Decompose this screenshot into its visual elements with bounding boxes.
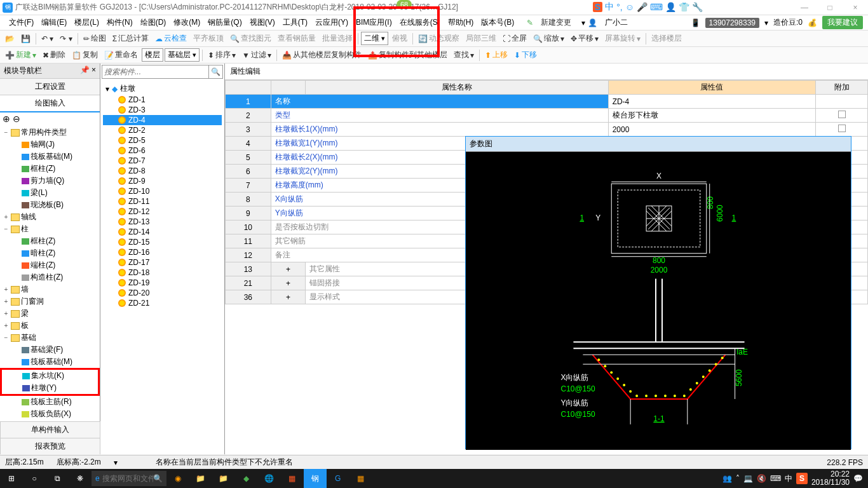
tab-report[interactable]: 报表预览 — [0, 438, 100, 454]
tree-item[interactable]: 端柱(Z) — [31, 260, 55, 271]
tray-vol-icon[interactable]: 🔇 — [757, 474, 766, 483]
ime-mic-icon[interactable]: 🎤 — [637, 2, 648, 12]
menu-version[interactable]: 版本号(B) — [477, 17, 518, 28]
tb-app[interactable]: ▦ — [349, 469, 372, 488]
comp-item[interactable]: ZD-5 — [103, 135, 222, 146]
copy-to-button[interactable]: 📤 复制构件到其他楼层 — [365, 48, 450, 62]
draw-button[interactable]: ✏ 绘图 — [81, 32, 109, 45]
redo-button[interactable]: ↷ ▾ — [57, 33, 74, 44]
tree-item[interactable]: 筏板基础(M) — [31, 356, 72, 367]
comp-item[interactable]: ZD-8 — [103, 166, 222, 176]
filter-button[interactable]: ▼ 过滤 ▾ — [240, 48, 274, 62]
tab-single[interactable]: 单构件输入 — [0, 421, 100, 438]
comp-item[interactable]: ZD-20 — [103, 288, 222, 298]
dynamic-view-button[interactable]: 🔄 动态观察 — [416, 32, 462, 45]
menu-rebar[interactable]: 钢筋量(Q) — [204, 17, 245, 28]
prop-value[interactable]: 2000 — [608, 123, 816, 137]
tree-item[interactable]: 筏板负筋(X) — [31, 409, 71, 419]
comp-item[interactable]: ZD-17 — [103, 257, 222, 268]
zoom-button[interactable]: 🔍 缩放 ▾ — [531, 32, 567, 45]
tree-item[interactable]: 梁(L) — [31, 187, 48, 198]
comp-item[interactable]: ZD-18 — [103, 268, 222, 278]
tree-item-pier[interactable]: 柱墩(Y) — [31, 383, 57, 393]
tb-app[interactable]: 🌐 — [258, 469, 281, 488]
diagram-canvas[interactable]: X Y 1 1 800 6000 800 2000 — [466, 152, 851, 450]
ime-tool-icon[interactable]: 🔧 — [692, 2, 703, 12]
menu-file[interactable]: 文件(F) — [5, 17, 37, 28]
comp-item[interactable]: ZD-14 — [103, 227, 222, 237]
tree-item[interactable]: 轴网(J) — [31, 139, 55, 150]
tree-item-sump[interactable]: 集水坑(K) — [31, 370, 64, 381]
menu-edit[interactable]: 编辑(E) — [37, 17, 71, 28]
select-floor-button[interactable]: 选择楼层 — [649, 32, 684, 45]
comp-item[interactable]: ZD-2 — [103, 125, 222, 135]
tree-column[interactable]: 柱 — [21, 224, 29, 234]
comp-item[interactable]: ZD-13 — [103, 217, 222, 227]
move-up-button[interactable]: ⬆ 上移 — [482, 48, 510, 62]
tray-ime[interactable]: 中 — [785, 473, 792, 484]
ime-keyboard-icon[interactable]: ⌨ — [650, 2, 663, 12]
tree-item[interactable]: 剪力墙(Q) — [31, 175, 64, 186]
prop-add[interactable] — [816, 95, 868, 109]
tab-draw[interactable]: 绘图输入 — [0, 95, 100, 112]
floor-combo[interactable]: 楼层 — [142, 48, 163, 62]
tray-clock[interactable]: 20:222018/11/30 — [811, 470, 850, 487]
sogou-icon[interactable]: S — [593, 2, 602, 12]
tree-item[interactable]: 筏板基础(M) — [31, 151, 72, 162]
start-button[interactable]: ⊞ — [0, 469, 23, 488]
tb-app[interactable]: ▦ — [281, 469, 304, 488]
ime-face-icon[interactable]: ☺ — [625, 2, 634, 12]
comp-root[interactable]: ▾ ◆ 柱墩 — [103, 83, 222, 95]
new-button[interactable]: ➕ 新建 ▾ — [3, 48, 39, 62]
tray-up-icon[interactable]: ˄ — [736, 474, 740, 483]
tree-axis[interactable]: 轴线 — [21, 212, 36, 222]
tree-item[interactable]: 暗柱(Z) — [31, 248, 55, 259]
sum-button[interactable]: Σ 汇总计算 — [110, 32, 151, 45]
expand-button[interactable]: + — [271, 262, 305, 276]
menu-cloud[interactable]: 云应用(Y) — [311, 17, 352, 28]
menu-modify[interactable]: 修改(M) — [170, 17, 204, 28]
tree-item[interactable]: 构造柱(Z) — [31, 272, 63, 283]
search-button[interactable]: 🔍 — [209, 65, 223, 79]
delete-button[interactable]: ✖ 删除 — [40, 48, 68, 62]
dimension-combo[interactable]: 二维 ▾ — [361, 32, 388, 45]
comp-item[interactable]: ZD-15 — [103, 237, 222, 247]
ime-user-icon[interactable]: 👤 — [665, 2, 676, 12]
fullscreen-button[interactable]: ⛶ 全屏 — [500, 32, 529, 45]
prop-name[interactable]: 类型 — [271, 109, 608, 123]
tray-notify-icon[interactable]: 💬 — [853, 474, 863, 483]
copy-from-button[interactable]: 📥 从其他楼层复制构件 — [280, 48, 364, 62]
tree-wall[interactable]: 墙 — [21, 284, 29, 295]
tray-sogou-icon[interactable]: S — [796, 473, 808, 484]
new-change-button[interactable]: 新建变更 — [537, 17, 575, 28]
ime-cn[interactable]: 中 — [605, 1, 614, 13]
comp-item[interactable]: ZD-7 — [103, 156, 222, 166]
view-rebar-button[interactable]: 查看钢筋量 — [275, 32, 318, 45]
tree-beam[interactable]: 梁 — [21, 308, 29, 319]
ime-skin-icon[interactable]: 👕 — [679, 2, 689, 12]
comp-item[interactable]: ZD-16 — [103, 247, 222, 257]
sort-button[interactable]: ⬍ 排序 ▾ — [205, 48, 238, 62]
menu-view[interactable]: 视图(V) — [246, 17, 279, 28]
basefloor-combo[interactable]: 基础层 ▾ — [165, 48, 200, 62]
comp-item[interactable]: ZD-11 — [103, 196, 222, 207]
tb-app[interactable]: G — [327, 469, 349, 488]
menu-online[interactable]: 在线服务(S) — [396, 17, 444, 28]
comp-item[interactable]: ZD-1 — [103, 95, 222, 105]
tree-item[interactable]: 基础梁(F) — [31, 344, 63, 355]
rename-button[interactable]: 📝 重命名 — [102, 48, 140, 62]
tb-app[interactable]: ◉ — [166, 469, 189, 488]
menu-tool[interactable]: 工具(T) — [279, 17, 311, 28]
tree-door[interactable]: 门窗洞 — [21, 296, 44, 307]
tree-item[interactable]: 筏板主筋(R) — [31, 396, 72, 407]
find-button[interactable]: 查找 ▾ — [451, 48, 477, 62]
suggest-button[interactable]: 我要建议 — [822, 16, 863, 29]
menu-component[interactable]: 构件(N) — [103, 17, 137, 28]
ime-punct-icon[interactable]: °, — [616, 2, 623, 12]
flat-button[interactable]: 平齐板顶 — [191, 32, 226, 45]
cloud-check-button[interactable]: ☁ 云检查 — [153, 32, 189, 45]
prop-name[interactable]: 名称 — [271, 95, 608, 109]
local3d-button[interactable]: 局部三维 — [463, 32, 499, 45]
comp-item[interactable]: ZD-4 — [103, 115, 222, 125]
tree-root[interactable]: 常用构件类型 — [21, 127, 67, 138]
